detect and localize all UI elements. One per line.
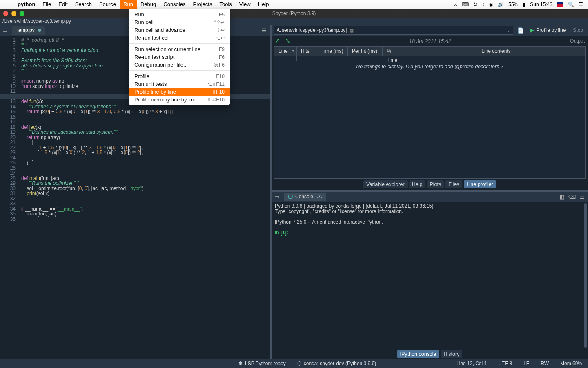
window-zoom-button[interactable] xyxy=(20,11,24,16)
play-icon: ▶ xyxy=(530,27,534,33)
spyder-window: Spyder (Python 3.9) /Users/vini/.spyder-… xyxy=(0,9,588,368)
profiler-grid-icon[interactable]: ▦ xyxy=(349,27,354,33)
run-menu-dropdown: RunF5Run cell^⇧↩Run cell and advance⇧↩Re… xyxy=(129,9,230,105)
console-pane: ▭ Console 1/A ◧ ⌫ ☰ Python 3.9.6 | packa… xyxy=(272,190,588,359)
battery-percent: 55% xyxy=(508,2,518,7)
profile-run-button[interactable]: ▶Profile by line xyxy=(528,27,568,33)
console-scrollbar[interactable] xyxy=(584,203,587,348)
menu-file[interactable]: File xyxy=(39,0,55,9)
kernel-busy-icon xyxy=(288,194,293,199)
console-tab[interactable]: Console 1/A xyxy=(284,193,326,201)
status-mem: Mem 69% xyxy=(555,361,588,366)
menu-item-re-run-last-cell[interactable]: Re-run last cell⌥↩ xyxy=(129,34,230,42)
status-eol[interactable]: LF xyxy=(518,361,535,366)
profiler-file-combobox[interactable]: /Users/vini/.spyder-py3/temp.py ▦ ⌄ xyxy=(274,26,513,35)
wifi-icon[interactable]: ◉ xyxy=(489,2,493,7)
clock[interactable]: Sun 15:43 xyxy=(530,2,552,7)
collapse-all-icon[interactable]: ⤡ xyxy=(285,37,290,45)
editor-path: /Users/vini/.spyder-py3/temp.py xyxy=(0,18,588,25)
col-time: Time (ms) xyxy=(317,47,348,56)
menu-item-run[interactable]: RunF5 xyxy=(129,11,230,18)
browse-consoles-icon[interactable]: ▭ xyxy=(272,194,282,200)
col-contents: Line contents xyxy=(407,47,585,56)
menu-item-run-unit-tests[interactable]: Run unit tests⌥⇧F11 xyxy=(129,80,230,88)
keyboard-icon[interactable]: ⌨ xyxy=(462,2,469,7)
menu-projects[interactable]: Projects xyxy=(189,0,216,9)
menu-run[interactable]: Run xyxy=(120,0,137,9)
profiler-table: Line Hits Time (ms) Per hit (ms) % Time … xyxy=(274,46,586,179)
editor-tab-label: temp.py xyxy=(17,27,35,33)
menu-item-run-cell-and-advance[interactable]: Run cell and advance⇧↩ xyxy=(129,26,230,34)
spotlight-icon[interactable]: 🔍 xyxy=(568,2,574,7)
profiler-empty-message: No timings to display. Did you forget to… xyxy=(274,61,585,72)
menu-item-profile-line-by-line[interactable]: Profile line by line⇧F10 xyxy=(129,88,230,96)
profiler-filepath: /Users/vini/.spyder-py3/temp.py xyxy=(277,27,345,33)
menu-item-profile[interactable]: ProfileF10 xyxy=(129,72,230,80)
profile-stop-button[interactable]: Stop xyxy=(570,27,586,33)
editor-options-icon[interactable]: ☰ xyxy=(262,27,267,34)
status-conda[interactable]: ⬡ conda: spyder-dev (Python 3.9.6) xyxy=(292,361,382,366)
browse-tabs-icon[interactable]: ▭ xyxy=(0,27,10,34)
input-source-flag-icon[interactable] xyxy=(557,2,564,7)
dropdown-icon[interactable]: ⌄ xyxy=(506,27,510,33)
status-encoding[interactable]: UTF-8 xyxy=(492,361,518,366)
pane-tab-variable-explorer[interactable]: Variable explorer xyxy=(363,180,408,188)
menu-item-re-run-last-script[interactable]: Re-run last scriptF6 xyxy=(129,53,230,61)
profiler-output-button[interactable]: Output xyxy=(570,38,585,44)
help-pane-tabs: Variable explorerHelpPlotsFilesLine prof… xyxy=(272,179,588,190)
menu-item-run-selection-or-current-line[interactable]: Run selection or current lineF9 xyxy=(129,45,230,53)
menu-search[interactable]: Search xyxy=(71,0,96,9)
window-minimize-button[interactable] xyxy=(11,11,16,16)
volume-icon[interactable]: 🔊 xyxy=(498,2,504,7)
titlebar: Spyder (Python 3.9) xyxy=(0,9,588,18)
modified-indicator-icon xyxy=(38,29,41,32)
expand-all-icon[interactable]: ⤢ xyxy=(275,37,280,45)
timemachine-icon[interactable]: ↻ xyxy=(473,2,477,7)
open-file-icon[interactable]: 📄 xyxy=(516,26,526,35)
col-hits: Hits xyxy=(297,47,317,56)
profiler-timestamp: 18 Jul 2021 15:42 xyxy=(409,38,451,44)
menu-help[interactable]: Help xyxy=(254,0,273,9)
menu-source[interactable]: Source xyxy=(96,0,120,9)
mac-menubar: python FileEditSearchSourceRunDebugConso… xyxy=(0,0,588,9)
menu-item-profile-memory-line-by-line[interactable]: Profile memory line by line⇧⌘F10 xyxy=(129,96,230,103)
ipython-prompt: In [1]: xyxy=(275,230,290,236)
pane-tab-history[interactable]: History xyxy=(441,350,463,358)
menu-item-configuration-per-file-[interactable]: Configuration per file...⌘F6 xyxy=(129,61,230,69)
menu-tools[interactable]: Tools xyxy=(216,0,235,9)
console-options-icon[interactable]: ☰ xyxy=(580,194,585,200)
pane-tab-plots[interactable]: Plots xyxy=(427,180,444,188)
window-close-button[interactable] xyxy=(3,11,8,16)
status-lsp[interactable]: ✽ LSP Python: ready xyxy=(233,361,292,366)
status-rw: RW xyxy=(535,361,555,366)
console-tab-label: Console 1/A xyxy=(295,193,322,201)
window-title: Spyder (Python 3.9) xyxy=(272,11,316,16)
ipython-console[interactable]: Python 3.9.6 | packaged by conda-forge |… xyxy=(272,202,588,349)
bluetooth-icon[interactable]: ᛒ xyxy=(482,2,485,7)
profiler-table-header[interactable]: Line Hits Time (ms) Per hit (ms) % Time … xyxy=(274,47,585,56)
col-perhit: Per hit (ms) xyxy=(348,47,383,56)
console-pane-tabs: IPython consoleHistory xyxy=(272,349,588,359)
editor-tab[interactable]: temp.py xyxy=(12,26,45,35)
status-bar: ✽ LSP Python: ready ⬡ conda: spyder-dev … xyxy=(0,359,588,368)
stop-kernel-icon[interactable]: ◧ xyxy=(559,194,564,200)
col-pct: % Time xyxy=(383,47,407,56)
menu-debug[interactable]: Debug xyxy=(137,0,160,9)
app-menu[interactable]: python xyxy=(14,0,39,9)
menu-consoles[interactable]: Consoles xyxy=(160,0,189,9)
control-center-icon[interactable]: ☰ xyxy=(579,2,583,7)
pane-tab-ipython-console[interactable]: IPython console xyxy=(397,350,439,358)
clear-console-icon[interactable]: ⌫ xyxy=(568,194,576,200)
pane-tab-help[interactable]: Help xyxy=(409,180,425,188)
battery-icon[interactable]: ▮ xyxy=(523,2,526,7)
pane-tab-line-profiler[interactable]: Line profiler xyxy=(464,180,496,188)
menu-edit[interactable]: Edit xyxy=(55,0,71,9)
menu-view[interactable]: View xyxy=(236,0,254,9)
col-line: Line xyxy=(274,47,297,56)
infinity-icon[interactable]: ∞ xyxy=(454,2,458,7)
profiler-toolbar: /Users/vini/.spyder-py3/temp.py ▦ ⌄ 📄 ▶P… xyxy=(272,25,588,36)
pane-tab-files[interactable]: Files xyxy=(445,180,462,188)
menu-item-run-cell[interactable]: Run cell^⇧↩ xyxy=(129,18,230,26)
status-cursor: Line 12, Col 1 xyxy=(451,361,492,366)
